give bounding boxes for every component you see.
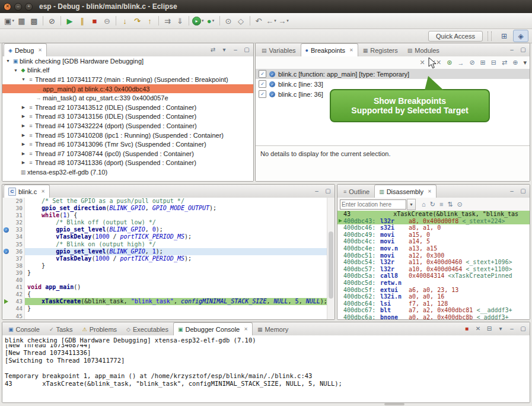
disassembly-content[interactable]: 43 xTaskCreate(&blink_task, "blink_tas40… [337, 211, 530, 319]
new-wizard-button[interactable]: ▣▾ [4, 15, 15, 27]
minimize-window-button[interactable]: – [14, 3, 22, 11]
editor-scrollbar[interactable] [327, 198, 335, 319]
marker-gutter[interactable]: ✓ [2, 226, 10, 233]
tree-item-blink-checking-gdb-hard[interactable]: ▼▣blink checking [GDB Hardware Debugging… [2, 56, 253, 66]
disassembly-line[interactable]: 43 xTaskCreate(&blink_task, "blink_tas [337, 211, 530, 218]
code-line[interactable]: 41void app_main() [2, 284, 327, 291]
tab-memory[interactable]: ▦Memory [253, 322, 293, 335]
show-source-button[interactable]: ≡ [439, 201, 443, 208]
disassembly-line[interactable]: 400dbc51:movia12, 0x300 [337, 252, 530, 259]
marker-gutter[interactable] [2, 198, 10, 205]
marker-gutter[interactable] [2, 219, 10, 226]
disassembly-line[interactable]: 400dbc62:l32i.na0, a0, 16 [337, 293, 530, 300]
remove-breakpoint-button[interactable]: ✕ [420, 59, 425, 66]
marker-gutter[interactable] [2, 277, 10, 284]
disassembly-line[interactable]: 400dbc5d:retw.n [337, 280, 530, 287]
maximize-button[interactable]: ▢ [519, 324, 527, 333]
tree-item-thread-7-1073408744-ip[interactable]: ▶≡Thread #7 1073408744 (ipc0) (Suspended… [2, 149, 253, 158]
breakpoint-row[interactable]: ✓✓blink.c [line: 33] [256, 79, 530, 89]
go-to-file-button[interactable]: → [457, 59, 464, 66]
code-line[interactable]: 37 vTaskDelay(1000 / portTICK_PERIOD_MS)… [2, 255, 327, 262]
tab-modules[interactable]: ▧Modules [403, 43, 444, 56]
maximize-button[interactable]: ▢ [519, 186, 527, 195]
link-with-debug-view-button[interactable]: ⇄ [502, 59, 507, 66]
save-all-button[interactable]: ▩ [28, 15, 40, 27]
code-line[interactable]: 32 /* Blink off (output low) */ [2, 219, 327, 226]
view-menu-button[interactable]: ▾ [496, 324, 505, 333]
tree-item-blink-elf[interactable]: ▼◆blink.elf [2, 66, 253, 75]
minimize-button[interactable]: – [231, 45, 240, 54]
tree-item-thread-1-1073411772-ma[interactable]: ▼≡Thread #1 1073411772 (main : Running) … [2, 75, 253, 84]
disassembly-line[interactable]: 400dbc4e:mov.na13, a15 [337, 245, 530, 252]
disassembly-line[interactable]: 400dbc54:l32ra11, 0x400d0460 <_stext+109… [337, 259, 530, 266]
tab-debugger-console[interactable]: ▣Debugger Console✕ [173, 322, 253, 335]
code-line[interactable]: 44} [2, 305, 327, 312]
marker-gutter[interactable] [2, 284, 10, 291]
marker-gutter[interactable] [2, 233, 10, 240]
open-element-button[interactable]: ◇ [235, 15, 247, 27]
breakpoint-checkbox[interactable]: ✓ [259, 80, 266, 88]
quick-access-button[interactable]: Quick Access [428, 31, 483, 42]
resume-button[interactable]: ▶ [64, 15, 75, 27]
minimize-button[interactable]: – [508, 324, 516, 333]
tab-tasks[interactable]: ✓Tasks [44, 322, 78, 335]
skip-all-breakpoints-button[interactable]: ⊘ [469, 59, 474, 66]
marker-gutter[interactable] [2, 298, 10, 305]
close-tab-icon[interactable]: ✕ [244, 326, 248, 332]
search-button[interactable]: ⊙ [223, 15, 234, 27]
disassembly-line[interactable]: 400dbc49:movia15, 0 [337, 231, 530, 239]
code-line[interactable]: 40 [2, 277, 327, 284]
last-edit-location-button[interactable]: ↶ [253, 15, 265, 27]
skip-all-breakpoints-button[interactable]: ⊘ [46, 15, 58, 27]
code-line[interactable]: 35 /* Blink on (output high) */ [2, 241, 327, 248]
code-editor[interactable]: 29 /* Set the GPIO as a push/pull output… [2, 198, 327, 319]
show-supported-breakpoints-button[interactable]: ⊛ [447, 59, 452, 66]
marker-gutter[interactable] [2, 212, 10, 219]
marker-gutter[interactable] [2, 269, 10, 277]
marker-gutter[interactable] [2, 205, 10, 212]
disassembly-line[interactable]: 400dbc5a:call80x40084314 <xTaskCreatePin… [337, 272, 530, 280]
code-line[interactable]: 42{ [2, 291, 327, 298]
disassembly-line[interactable]: 400dbc64:lsif7, a1, 128 [337, 300, 530, 307]
expand-all-button[interactable]: ⊞ [480, 59, 486, 66]
tab-blink-c[interactable]: Cblink.c✕ [4, 185, 50, 198]
tab-debug[interactable]: ◈Debug✕ [4, 43, 47, 56]
connect-button[interactable]: ⇄ [209, 45, 217, 54]
disassembly-line[interactable]: 400dbc57:l32ra10, 0x400d0464 <_stext+110… [337, 266, 530, 273]
disassembly-line[interactable]: 400dbc43:l32ra8, 0x400d00f8 <_stext+224> [337, 218, 530, 225]
maximize-button[interactable]: ▢ [519, 45, 527, 54]
close-window-button[interactable]: ✕ [4, 3, 11, 11]
editor-scrollbar-thumb[interactable] [329, 231, 333, 299]
home-button[interactable]: ⌂ [422, 201, 426, 208]
maximize-button[interactable]: ▢ [243, 45, 251, 54]
instruction-stepping-button[interactable]: ⇉ [162, 15, 173, 27]
view-menu-button[interactable]: ▾ [220, 45, 228, 54]
breakpoint-checkbox[interactable]: ✓ [259, 90, 266, 98]
location-dropdown-button[interactable]: ▼ [407, 199, 416, 210]
marker-gutter[interactable] [2, 291, 10, 298]
disassembly-line[interactable]: 400dbc4c:movia14, 5 [337, 238, 530, 245]
tree-item-thread-8-1073411336-dp[interactable]: ▶≡Thread #8 1073411336 (dport) (Suspende… [2, 158, 253, 168]
console-output[interactable]: blink checking [GDB Hardware Debugging] … [2, 335, 530, 402]
tab-executables[interactable]: ◇Executables [122, 322, 173, 335]
track-expression-button[interactable]: ⊙ [457, 201, 463, 208]
close-tab-icon[interactable]: ✕ [38, 47, 42, 53]
terminate-console-button[interactable]: ■ [463, 324, 471, 333]
code-line[interactable]: 31 while(1) { [2, 212, 327, 219]
breakpoint-checkbox[interactable]: ✓ [259, 70, 266, 78]
disassembly-line[interactable]: 400dbc46:s32ia8, a1, 0 [337, 224, 530, 231]
drop-to-frame-button[interactable]: ⇓ [174, 15, 186, 27]
marker-gutter[interactable] [2, 262, 10, 269]
step-over-button[interactable]: ↷ [132, 15, 143, 27]
tree-item-thread-5-1073410208-ip[interactable]: ▶≡Thread #5 1073410208 (ipc1 : Running) … [2, 131, 253, 140]
code-line[interactable]: 43 xTaskCreate(&blink_task, "blink_task"… [2, 298, 327, 305]
tree-item-main-task-at-cpu-start[interactable]: →main_task() at cpu_start.c:339 0x400d05… [2, 93, 253, 103]
forward-button[interactable]: →▾ [278, 15, 289, 27]
tree-item-thread-3-1073413156-id[interactable]: ▶≡Thread #3 1073413156 (IDLE) (Suspended… [2, 112, 253, 122]
disassembly-line[interactable]: 400dbc67:blta7, a2, 0x400dbc81 <__adddf3… [337, 307, 530, 314]
step-into-button[interactable]: ↓ [119, 15, 130, 27]
tree-item-thread-4-1073432224-dp[interactable]: ▶≡Thread #4 1073432224 (dport) (Suspende… [2, 121, 253, 131]
suspend-button[interactable]: ∥ [77, 15, 88, 27]
sync-with-pc-button[interactable]: ⇅ [447, 201, 453, 208]
add-breakpoint-button[interactable]: ⊕ [512, 59, 518, 66]
